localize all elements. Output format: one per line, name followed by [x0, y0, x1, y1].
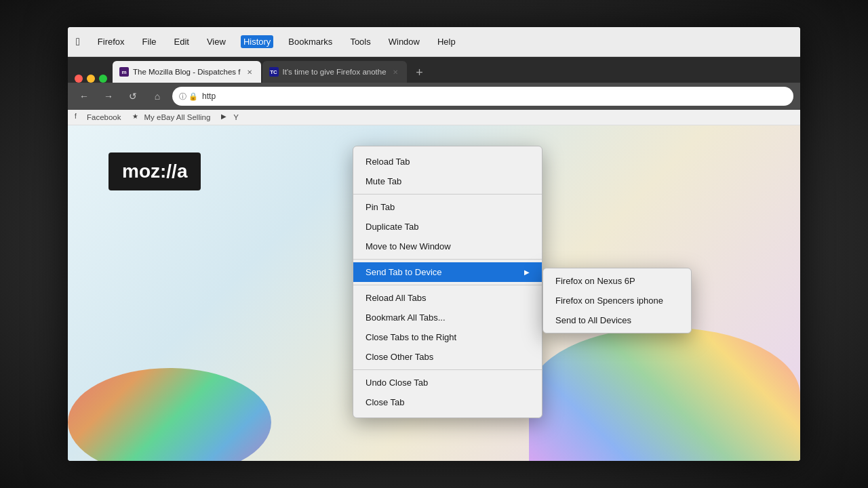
bookmark-all-tabs-item[interactable]: Bookmark All Tabs...	[353, 308, 542, 327]
context-menu-section-5: Undo Close Tab Close Tab	[353, 370, 542, 415]
bookmark-facebook-label: Facebook	[87, 113, 121, 121]
mute-tab-item[interactable]: Mute Tab	[353, 171, 542, 191]
reload-button[interactable]: ↺	[123, 87, 142, 106]
tab-title-techcrunch: It's time to give Firefox anothe	[283, 68, 387, 76]
screen-wrapper:  Firefox File Edit View History Bookmar…	[0, 0, 868, 488]
page-content: moz://a Reload Tab Mute Tab Pin Tab	[68, 125, 800, 461]
edit-menu[interactable]: Edit	[172, 35, 192, 48]
send-to-nexus-item[interactable]: Firefox on Nexus 6P	[543, 271, 691, 291]
facebook-icon: f	[75, 113, 84, 122]
mozilla-logo: moz://a	[108, 152, 201, 190]
bookmark-facebook[interactable]: f Facebook	[75, 113, 121, 122]
firefox-menu[interactable]: Firefox	[95, 35, 127, 48]
laptop-screen:  Firefox File Edit View History Bookmar…	[68, 27, 800, 461]
bg-decoration-1	[68, 368, 271, 461]
close-tab-item[interactable]: Close Tab	[353, 392, 542, 412]
nav-bar: ← → ↺ ⌂ ⓘ 🔒 http	[68, 83, 800, 110]
context-menu-section-3: Send Tab to Device ▶	[353, 260, 542, 285]
tabs-bar: m The Mozilla Blog - Dispatches f ✕ TC I…	[68, 57, 800, 83]
url-text: http	[202, 92, 216, 101]
tab-mozilla-blog[interactable]: m The Mozilla Blog - Dispatches f ✕	[113, 61, 261, 83]
window-menu[interactable]: Window	[386, 35, 422, 48]
bg-decoration-2	[529, 327, 800, 461]
traffic-lights	[75, 75, 107, 83]
ebay-icon: ★	[132, 113, 142, 122]
browser-chrome: m The Mozilla Blog - Dispatches f ✕ TC I…	[68, 57, 800, 125]
back-button[interactable]: ←	[75, 87, 94, 106]
new-tab-button[interactable]: +	[411, 64, 429, 81]
fullscreen-window-button[interactable]	[99, 75, 107, 83]
send-to-device-submenu: Firefox on Nexus 6P Firefox on Spencers …	[542, 268, 692, 333]
tab-title-mozilla: The Mozilla Blog - Dispatches f	[133, 68, 241, 76]
reload-tab-item[interactable]: Reload Tab	[353, 152, 542, 171]
send-to-iphone-item[interactable]: Firefox on Spencers iphone	[543, 291, 691, 310]
tab-favicon-mozilla: m	[119, 67, 129, 77]
bookmarks-menu[interactable]: Bookmarks	[285, 35, 335, 48]
pin-tab-item[interactable]: Pin Tab	[353, 197, 542, 217]
send-to-all-devices-item[interactable]: Send to All Devices	[543, 310, 691, 330]
tab-close-mozilla[interactable]: ✕	[245, 67, 254, 77]
tab-close-techcrunch[interactable]: ✕	[391, 67, 400, 77]
context-menu-section-2: Pin Tab Duplicate Tab Move to New Window	[353, 195, 542, 260]
send-tab-to-device-item[interactable]: Send Tab to Device ▶	[353, 262, 542, 282]
undo-close-tab-item[interactable]: Undo Close Tab	[353, 373, 542, 392]
tab-favicon-techcrunch: TC	[269, 67, 279, 77]
file-menu[interactable]: File	[140, 35, 159, 48]
bookmark-ebay-label: My eBay All Selling	[144, 113, 211, 121]
submenu-arrow-icon: ▶	[524, 268, 530, 276]
close-window-button[interactable]	[75, 75, 83, 83]
close-other-tabs-item[interactable]: Close Other Tabs	[353, 347, 542, 367]
view-menu[interactable]: View	[204, 35, 229, 48]
bookmark-youtube[interactable]: ▶ Y	[221, 113, 239, 122]
apple-menu[interactable]: 	[76, 36, 80, 48]
context-menu: Reload Tab Mute Tab Pin Tab Duplicate Ta…	[353, 146, 542, 418]
url-security-icons: ⓘ 🔒	[179, 92, 198, 102]
bookmark-youtube-label: Y	[233, 113, 239, 121]
help-menu[interactable]: Help	[435, 35, 458, 48]
youtube-icon: ▶	[221, 113, 231, 122]
url-bar[interactable]: ⓘ 🔒 http	[172, 87, 793, 106]
close-tabs-right-item[interactable]: Close Tabs to the Right	[353, 327, 542, 347]
move-to-new-window-item[interactable]: Move to New Window	[353, 237, 542, 256]
minimize-window-button[interactable]	[87, 75, 95, 83]
history-menu[interactable]: History	[241, 35, 273, 48]
tab-techcrunch[interactable]: TC It's time to give Firefox anothe ✕	[262, 61, 407, 83]
context-menu-section-1: Reload Tab Mute Tab	[353, 149, 542, 195]
home-button[interactable]: ⌂	[148, 87, 167, 106]
reload-all-tabs-item[interactable]: Reload All Tabs	[353, 288, 542, 308]
duplicate-tab-item[interactable]: Duplicate Tab	[353, 217, 542, 237]
bookmarks-bar: f Facebook ★ My eBay All Selling ▶ Y	[68, 110, 800, 125]
forward-button[interactable]: →	[99, 87, 118, 106]
context-menu-section-4: Reload All Tabs Bookmark All Tabs... Clo…	[353, 285, 542, 370]
menu-bar:  Firefox File Edit View History Bookmar…	[68, 27, 800, 57]
tools-menu[interactable]: Tools	[347, 35, 373, 48]
bookmark-ebay[interactable]: ★ My eBay All Selling	[132, 113, 211, 122]
